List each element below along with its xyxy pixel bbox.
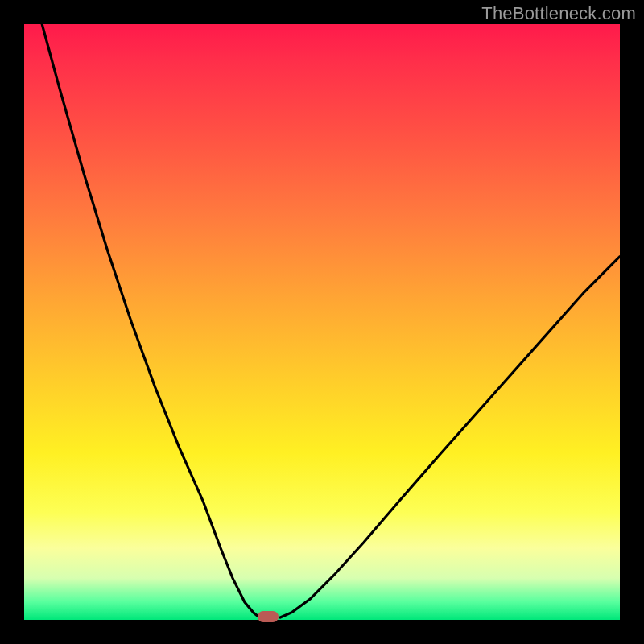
plot-area [24,24,620,620]
chart-frame: TheBottleneck.com [0,0,644,644]
bottleneck-curve [24,24,620,620]
bottleneck-marker [258,611,279,622]
watermark-text: TheBottleneck.com [481,3,636,24]
